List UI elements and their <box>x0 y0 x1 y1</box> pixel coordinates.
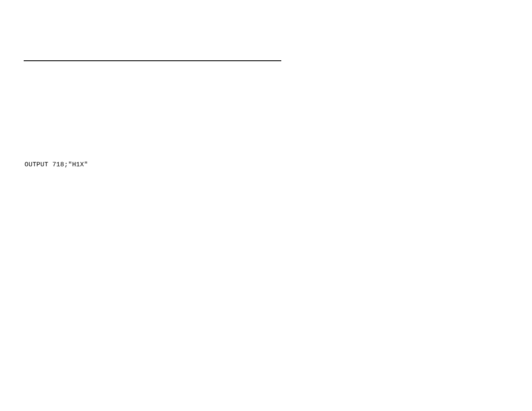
code-line-output: OUTPUT 718;"H1X" <box>25 161 88 168</box>
horizontal-rule <box>24 60 281 61</box>
document-page: OUTPUT 718;"H1X" <box>0 0 532 411</box>
